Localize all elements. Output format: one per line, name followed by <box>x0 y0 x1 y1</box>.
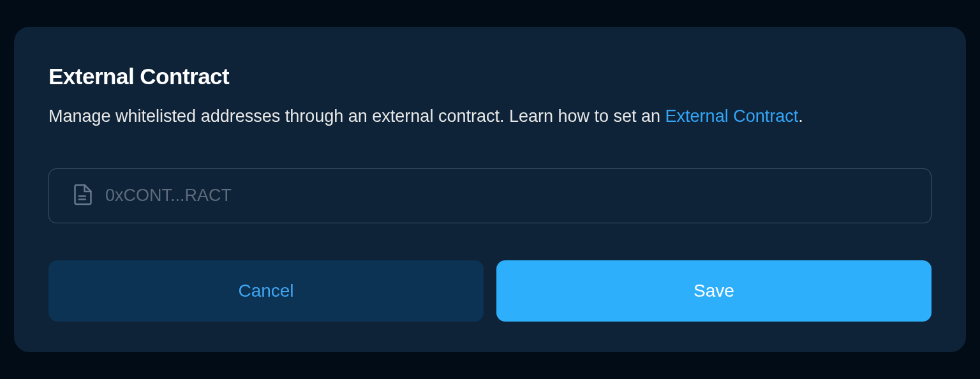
button-row: Cancel Save <box>48 260 932 322</box>
external-contract-link[interactable]: External Contract <box>665 107 799 126</box>
description-text: Manage whitelisted addresses through an … <box>48 107 665 126</box>
contract-address-input[interactable] <box>105 186 907 205</box>
document-icon <box>73 183 93 209</box>
external-contract-card: External Contract Manage whitelisted add… <box>14 27 966 352</box>
contract-address-input-wrapper[interactable] <box>48 168 932 223</box>
card-title: External Contract <box>48 64 932 89</box>
card-description: Manage whitelisted addresses through an … <box>48 105 932 129</box>
cancel-button[interactable]: Cancel <box>48 260 484 322</box>
save-button[interactable]: Save <box>496 260 932 322</box>
description-suffix: . <box>798 107 803 126</box>
